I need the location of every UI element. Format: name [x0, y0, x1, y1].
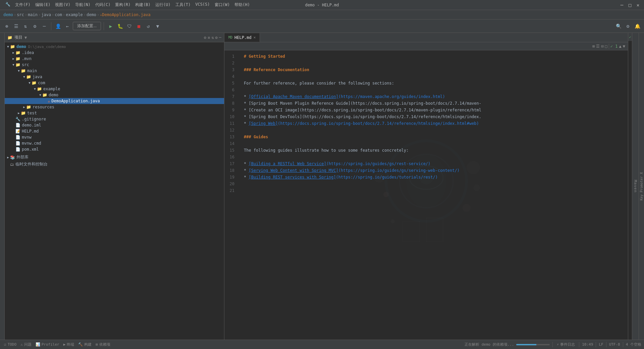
tree-external-libs[interactable]: ▶ 📚 外部库 — [5, 154, 224, 161]
menu-file[interactable]: 文件(F) — [13, 1, 33, 8]
folder-icon-test: 📁 — [21, 111, 26, 115]
project-dropdown-icon[interactable]: ▼ — [24, 35, 27, 40]
toolbar-collapse-icon[interactable]: ⇅ — [21, 22, 30, 30]
tree-com[interactable]: ▼ 📁 com — [5, 80, 224, 86]
terminal-label: 终端 — [67, 342, 74, 347]
tree-demo-sub[interactable]: ▼ 📁 demo — [5, 92, 224, 98]
panel-settings-icon[interactable]: ⚙ — [215, 35, 218, 40]
editor-view-mode-icon[interactable]: ☰ — [596, 44, 600, 49]
tree-example[interactable]: ▼ 📁 example — [5, 86, 224, 92]
window-controls[interactable]: ─ □ ✕ — [619, 2, 641, 8]
menu-edit[interactable]: 编辑(E) — [33, 1, 53, 8]
stop-button[interactable]: ■ — [135, 22, 143, 30]
toolbar-back-icon[interactable]: ← — [63, 22, 71, 30]
tree-demo-application[interactable]: ☕ DemoApplication.java — [5, 98, 224, 104]
toolbar-list-icon[interactable]: ☰ — [12, 22, 20, 30]
maven-panel[interactable]: Maven — [632, 33, 639, 340]
toolbar-globe-icon[interactable]: ⊕ — [3, 22, 11, 30]
debug-button[interactable]: 🐛 — [116, 22, 124, 30]
status-lf[interactable]: LF — [599, 342, 603, 347]
tree-mvnw[interactable]: 📄 mvnw — [5, 134, 224, 140]
menu-window[interactable]: 窗口(W) — [213, 1, 232, 8]
terminal-item[interactable]: ▶ 终端 — [62, 341, 76, 348]
coverage-button[interactable]: 🛡 — [125, 22, 133, 30]
editor-content[interactable]: 123456789101112131415161718192021 # Gett… — [224, 50, 628, 340]
breadcrumb-com[interactable]: com — [55, 12, 62, 17]
tab-close-button[interactable]: ✕ — [254, 35, 256, 40]
menu-nav[interactable]: 导航(N) — [73, 1, 93, 8]
tree-resources[interactable]: ▶ 📁 resources — [5, 104, 224, 110]
panel-collapse-icon[interactable]: ≡ — [208, 35, 210, 40]
editor-view-split-icon[interactable]: ⊟ — [601, 44, 603, 49]
tree-mvnw-cmd[interactable]: 📄 mvnw.cmd — [5, 140, 224, 146]
menu-bar[interactable]: 🔧 文件(F) 编辑(E) 视图(V) 导航(N) 代码(C) 重构(R) 构建… — [3, 1, 252, 8]
toolbar-arrow2[interactable]: ▼ — [154, 22, 162, 30]
settings-icon[interactable]: ⚙ — [624, 22, 632, 30]
maven-label[interactable]: Maven — [633, 180, 638, 193]
tree-java[interactable]: ▼ 📁 java — [5, 74, 224, 80]
menu-build[interactable]: 构建(B) — [133, 1, 153, 8]
tree-root-demo[interactable]: ▼ 📁 demo D:\java_code\demo — [5, 44, 224, 50]
close-button[interactable]: ✕ — [635, 2, 641, 8]
breadcrumb-demo2[interactable]: demo — [87, 12, 96, 17]
editor-maximize-icon[interactable]: □ — [605, 44, 607, 49]
minimize-button[interactable]: ─ — [619, 2, 625, 8]
tree-gitignore[interactable]: 🔧 .gitignore — [5, 116, 224, 122]
terminal-icon: ▶ — [63, 342, 66, 347]
status-indent[interactable]: 4 个空格 — [626, 342, 641, 347]
status-time: 10:49 — [582, 342, 593, 347]
tree-help-md[interactable]: 📝 HELP.md — [5, 128, 224, 134]
no-errors-icon: ✓ — [629, 35, 631, 39]
dependencies-item[interactable]: ⊞ 依赖项 — [94, 341, 112, 348]
todo-item[interactable]: ☑ TODO — [3, 342, 18, 347]
error-nav-down[interactable]: ▼ — [623, 44, 625, 49]
tree-temp-files[interactable]: 🗂 临时文件和控制台 — [5, 161, 224, 168]
maximize-button[interactable]: □ — [627, 2, 633, 8]
add-config-button[interactable]: 添加配置... — [73, 22, 101, 30]
breadcrumb-demo[interactable]: demo — [3, 12, 13, 17]
menu-help[interactable]: 帮助(H) — [232, 1, 252, 8]
menu-run[interactable]: 运行(U) — [153, 1, 173, 8]
tree-test[interactable]: ▶ 📁 test — [5, 110, 224, 116]
error-count[interactable]: ✓ 1 — [610, 44, 618, 49]
build-item[interactable]: 🔨 构建 — [77, 341, 93, 348]
breadcrumb-example[interactable]: example — [66, 12, 83, 17]
tree-mvn[interactable]: ▶ 📁 .mvn — [5, 56, 224, 62]
menu-vcs[interactable]: VCS(S) — [193, 1, 212, 8]
tree-idea[interactable]: ▶ 📁 .idea — [5, 50, 224, 56]
rerun-button[interactable]: ↺ — [144, 22, 152, 30]
code-lines[interactable]: # Getting Started### Reference Documenta… — [241, 50, 628, 340]
problems-item[interactable]: ⚠ 问题 — [19, 341, 33, 348]
editor-split-icon[interactable]: ⊞ — [592, 44, 595, 49]
run-button[interactable]: ▶ — [107, 22, 115, 30]
menu-refactor[interactable]: 重构(R) — [113, 1, 132, 8]
event-log-item[interactable]: ⚡ 事件日志 — [555, 341, 577, 348]
tree-src[interactable]: ▼ 📁 src — [5, 62, 224, 68]
toolbar-user-icon[interactable]: 👤 — [54, 22, 62, 30]
panel-expand-icon[interactable]: ⇅ — [211, 35, 214, 40]
project-tree[interactable]: ▼ 📁 demo D:\java_code\demo ▶ 📁 .idea ▶ 📁… — [5, 42, 224, 340]
breadcrumb-main[interactable]: main — [28, 12, 38, 17]
breadcrumb-src[interactable]: src — [17, 12, 24, 17]
search-everywhere-icon[interactable]: 🔍 — [614, 22, 623, 30]
key-promoter-panel[interactable]: Key Promoter X — [639, 33, 644, 340]
toolbar-hide-icon[interactable]: ─ — [40, 22, 48, 30]
menu-app-icon[interactable]: 🔧 — [3, 1, 12, 8]
tree-pom[interactable]: 📄 pom.xml — [5, 146, 224, 152]
menu-code[interactable]: 代码(C) — [93, 1, 113, 8]
key-promoter-label[interactable]: Key Promoter X — [640, 172, 643, 200]
tree-demo-iml[interactable]: 📄 demo.iml — [5, 122, 224, 128]
breadcrumb-file[interactable]: DemoApplication.java — [102, 12, 151, 17]
panel-hide-icon[interactable]: ─ — [219, 35, 221, 40]
error-nav-up[interactable]: ▲ — [619, 44, 622, 49]
menu-tools[interactable]: 工具(T) — [173, 1, 193, 8]
breadcrumb-java[interactable]: java — [41, 12, 51, 17]
tree-main[interactable]: ▼ 📁 main — [5, 68, 224, 74]
toolbar-settings-icon[interactable]: ⚙ — [31, 22, 39, 30]
status-encoding[interactable]: UTF-8 — [609, 342, 620, 347]
help-md-tab[interactable]: MD HELP.md ✕ — [224, 33, 260, 42]
menu-view[interactable]: 视图(V) — [53, 1, 72, 8]
notifications-icon[interactable]: 🔔 — [633, 22, 641, 30]
panel-gear-icon[interactable]: ⚙ — [204, 35, 206, 40]
profiler-item[interactable]: 📊 Profiler — [34, 342, 61, 347]
